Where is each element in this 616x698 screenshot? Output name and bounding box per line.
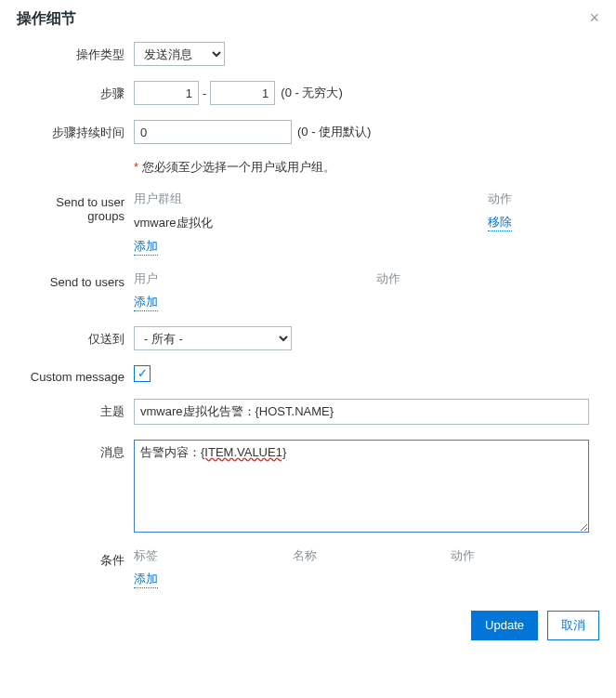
conditions-tag-header: 标签 bbox=[134, 547, 293, 564]
custom-message-label: Custom message bbox=[17, 365, 134, 384]
send-only-to-label: 仅送到 bbox=[17, 326, 134, 348]
subject-label: 主题 bbox=[17, 399, 134, 420]
table-row: vmware虚拟化 移除 bbox=[134, 211, 599, 235]
custom-message-checkbox[interactable]: ✓ bbox=[134, 365, 151, 382]
steps-label: 步骤 bbox=[17, 81, 134, 102]
add-condition-link[interactable]: 添加 bbox=[134, 572, 158, 588]
step-to-input[interactable] bbox=[210, 81, 275, 105]
subject-input[interactable] bbox=[134, 399, 589, 425]
send-to-users-label: Send to users bbox=[17, 270, 134, 289]
send-only-to-select[interactable]: - 所有 - bbox=[134, 326, 292, 350]
message-prefix: 告警内容： bbox=[140, 445, 201, 459]
users-action-header: 动作 bbox=[376, 270, 599, 287]
message-textarea[interactable]: 告警内容：{ITEM.VALUE1} bbox=[134, 440, 589, 533]
step-from-input[interactable] bbox=[134, 81, 199, 105]
duration-hint: (0 - 使用默认) bbox=[297, 124, 371, 140]
user-groups-col-header: 用户群组 bbox=[134, 191, 488, 207]
message-label: 消息 bbox=[17, 440, 134, 461]
user-group-name: vmware虚拟化 bbox=[134, 215, 488, 231]
required-note: *您必须至少选择一个用户或用户组。 bbox=[134, 159, 599, 176]
conditions-action-header: 动作 bbox=[451, 547, 599, 564]
conditions-name-header: 名称 bbox=[293, 547, 452, 564]
add-user-group-link[interactable]: 添加 bbox=[134, 239, 158, 256]
users-col-header: 用户 bbox=[134, 270, 376, 287]
cancel-button[interactable]: 取消 bbox=[547, 611, 599, 640]
steps-dash: - bbox=[203, 86, 206, 100]
user-groups-action-header: 动作 bbox=[488, 191, 599, 207]
steps-hint: (0 - 无穷大) bbox=[281, 85, 342, 101]
update-button[interactable]: Update bbox=[471, 611, 538, 640]
duration-input[interactable] bbox=[134, 120, 292, 144]
modal-title: 操作细节 bbox=[17, 9, 76, 29]
duration-label: 步骤持续时间 bbox=[17, 120, 134, 141]
add-user-link[interactable]: 添加 bbox=[134, 295, 158, 311]
send-to-user-groups-label: Send to user groups bbox=[17, 191, 134, 223]
operation-type-select[interactable]: 发送消息 bbox=[134, 42, 225, 66]
conditions-label: 条件 bbox=[17, 547, 134, 569]
message-macro: {ITEM.VALUE1} bbox=[201, 445, 286, 459]
close-icon[interactable]: × bbox=[589, 9, 599, 26]
remove-user-group-link[interactable]: 移除 bbox=[488, 215, 512, 231]
operation-type-label: 操作类型 bbox=[17, 42, 134, 63]
